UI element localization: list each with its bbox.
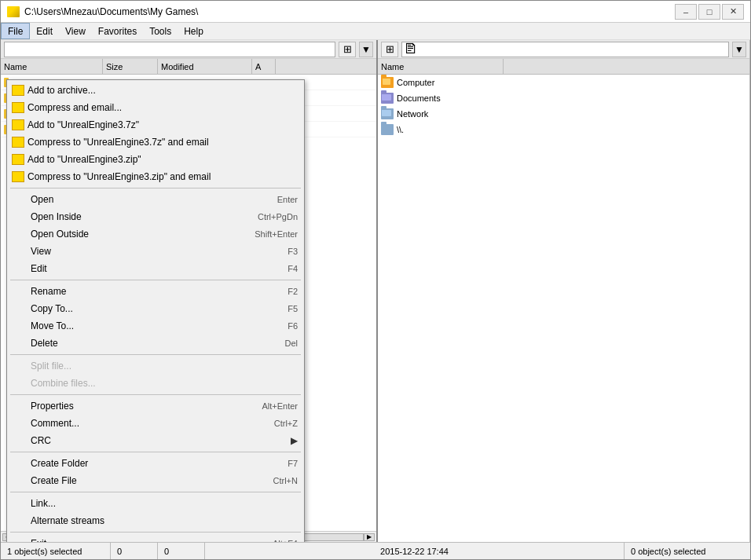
- ctx-open-inside[interactable]: Open Inside Ctrl+PgDn: [7, 208, 304, 225]
- add-7z-icon: [12, 119, 24, 130]
- ctx-delete-label: Delete: [31, 338, 58, 349]
- ctx-label: Add to "UnrealEngine3.zip": [27, 154, 141, 165]
- left-status-size: 0: [158, 543, 205, 559]
- right-file-name: Network: [397, 109, 428, 119]
- separator-4: [10, 394, 301, 395]
- ctx-exit[interactable]: Exit Alt+F4: [7, 535, 304, 542]
- ctx-crc[interactable]: CRC ▶: [7, 432, 304, 449]
- left-scroll-right[interactable]: ▶: [364, 533, 375, 541]
- left-browse-button[interactable]: ⊞: [339, 42, 356, 57]
- right-file-list: Computer Documents Network: [378, 75, 749, 542]
- ctx-split-file: Split file...: [7, 357, 304, 375]
- ctx-view-label: View: [31, 246, 51, 257]
- ctx-label: Compress and email...: [27, 102, 122, 113]
- menu-tools[interactable]: Tools: [143, 23, 178, 39]
- left-col-attr: A: [252, 59, 276, 74]
- ctx-open-outside[interactable]: Open Outside Shift+Enter: [7, 225, 304, 243]
- window-title: C:\Users\Mnezau\Documents\My Games\: [24, 6, 198, 17]
- menu-file[interactable]: File: [1, 23, 30, 39]
- compress-email-icon: [12, 102, 24, 113]
- left-address-bar[interactable]: [4, 42, 335, 57]
- ctx-crc-label: CRC: [31, 435, 51, 446]
- list-item[interactable]: Documents: [378, 90, 749, 106]
- list-item[interactable]: Computer: [378, 75, 749, 90]
- left-dropdown-button[interactable]: ▼: [359, 42, 373, 57]
- separator-2: [10, 280, 301, 280]
- ctx-compress-email[interactable]: Compress and email...: [7, 99, 304, 116]
- left-count-text: 0: [117, 547, 122, 556]
- right-col-name: Name: [378, 59, 504, 74]
- ctx-move-to-shortcut: F6: [288, 321, 298, 331]
- ctx-edit-label: Edit: [31, 263, 47, 274]
- ctx-alternate-streams-label: Alternate streams: [31, 515, 104, 526]
- menu-help[interactable]: Help: [178, 23, 210, 39]
- ctx-create-file[interactable]: Create File Ctrl+N: [7, 472, 304, 489]
- ctx-properties-label: Properties: [31, 401, 74, 412]
- ctx-edit[interactable]: Edit F4: [7, 260, 304, 277]
- folder-icon: [381, 108, 394, 119]
- window-controls: – □ ✕: [675, 4, 744, 20]
- separator-3: [10, 354, 301, 355]
- close-button[interactable]: ✕: [722, 4, 744, 20]
- maximize-button[interactable]: □: [698, 4, 720, 20]
- content-area: ⊞ ▼ Name Size Modified A UnrealEngine3: [1, 40, 750, 542]
- ctx-crc-arrow: ▶: [291, 435, 298, 446]
- left-col-modified: Modified: [158, 59, 252, 74]
- separator-1: [10, 188, 301, 188]
- list-item[interactable]: \\.: [378, 122, 749, 137]
- file-context-menu: Add to archive... Compress and email... …: [6, 79, 305, 542]
- ctx-alternate-streams[interactable]: Alternate streams: [7, 512, 304, 529]
- right-address-bar[interactable]: 🖹: [401, 42, 729, 57]
- right-back-button[interactable]: ⊞: [381, 42, 398, 57]
- ctx-properties[interactable]: Properties Alt+Enter: [7, 397, 304, 415]
- status-datetime: 2015-12-22 17:44: [205, 543, 625, 559]
- ctx-delete[interactable]: Delete Del: [7, 335, 304, 352]
- ctx-view-shortcut: F3: [288, 247, 298, 256]
- right-status-selected: 0 object(s) selected: [625, 543, 750, 559]
- title-bar-left: C:\Users\Mnezau\Documents\My Games\: [7, 6, 198, 17]
- ctx-link[interactable]: Link...: [7, 495, 304, 512]
- ctx-combine-files: Combine files...: [7, 375, 304, 392]
- menu-view[interactable]: View: [59, 23, 92, 39]
- ctx-rename-label: Rename: [31, 286, 66, 297]
- menu-bar: File Edit View Favorites Tools Help: [1, 23, 750, 40]
- app-icon: [7, 6, 20, 17]
- ctx-create-file-shortcut: Ctrl+N: [273, 476, 298, 485]
- menu-edit[interactable]: Edit: [30, 23, 59, 39]
- separator-5: [10, 452, 301, 452]
- ctx-edit-shortcut: F4: [288, 264, 298, 273]
- ctx-label: Add to archive...: [27, 85, 96, 96]
- ctx-create-folder[interactable]: Create Folder F7: [7, 455, 304, 472]
- title-bar: C:\Users\Mnezau\Documents\My Games\ – □ …: [1, 1, 750, 23]
- ctx-properties-shortcut: Alt+Enter: [262, 401, 298, 411]
- ctx-combine-label: Combine files...: [31, 378, 96, 389]
- right-file-name: Computer: [397, 78, 434, 87]
- ctx-open-label: Open: [31, 194, 53, 205]
- menu-favorites[interactable]: Favorites: [92, 23, 143, 39]
- minimize-button[interactable]: –: [675, 4, 697, 20]
- ctx-create-file-label: Create File: [31, 475, 77, 486]
- list-item[interactable]: Network: [378, 106, 749, 122]
- left-col-size: Size: [103, 59, 158, 74]
- ctx-open[interactable]: Open Enter: [7, 191, 304, 208]
- ctx-add-7z[interactable]: Add to "UnrealEngine3.7z": [7, 116, 304, 134]
- ctx-view[interactable]: View F3: [7, 243, 304, 260]
- ctx-rename-shortcut: F2: [288, 287, 298, 296]
- ctx-compress-7z-email[interactable]: Compress to "UnrealEngine3.7z" and email: [7, 134, 304, 151]
- left-status-count: 0: [111, 543, 158, 559]
- ctx-comment-label: Comment...: [31, 418, 79, 429]
- right-column-headers: Name: [378, 59, 749, 75]
- ctx-create-folder-shortcut: F7: [288, 459, 298, 468]
- right-dropdown-button[interactable]: ▼: [732, 42, 746, 57]
- ctx-open-outside-shortcut: Shift+Enter: [255, 229, 298, 239]
- ctx-compress-zip-email[interactable]: Compress to "UnrealEngine3.zip" and emai…: [7, 168, 304, 185]
- right-status-text: 0 object(s) selected: [631, 547, 705, 556]
- ctx-add-zip[interactable]: Add to "UnrealEngine3.zip": [7, 151, 304, 168]
- ctx-rename[interactable]: Rename F2: [7, 283, 304, 300]
- right-file-name: \\.: [397, 125, 404, 134]
- ctx-comment[interactable]: Comment... Ctrl+Z: [7, 415, 304, 432]
- ctx-copy-to[interactable]: Copy To... F5: [7, 300, 304, 317]
- ctx-copy-to-shortcut: F5: [288, 304, 298, 313]
- ctx-move-to[interactable]: Move To... F6: [7, 317, 304, 335]
- ctx-add-to-archive[interactable]: Add to archive...: [7, 82, 304, 99]
